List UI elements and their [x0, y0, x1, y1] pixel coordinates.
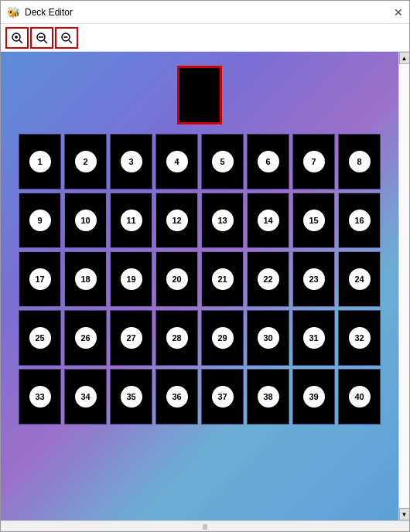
card-22[interactable]: 22 — [247, 251, 289, 307]
card-39[interactable]: 39 — [292, 369, 335, 425]
card-28[interactable]: 28 — [155, 310, 198, 366]
card-40[interactable]: 40 — [338, 369, 381, 425]
card-3[interactable]: 3 — [110, 134, 152, 189]
card-21[interactable]: 21 — [201, 251, 244, 307]
card-1[interactable]: 1 — [19, 134, 61, 189]
card-35[interactable]: 35 — [110, 369, 152, 425]
card-number-40: 40 — [349, 386, 371, 408]
card-32[interactable]: 32 — [338, 310, 381, 366]
card-number-32: 32 — [349, 327, 371, 349]
right-scrollbar: ▲ ▼ — [398, 52, 409, 520]
card-23[interactable]: 23 — [292, 251, 335, 307]
card-number-3: 3 — [121, 151, 142, 172]
main-canvas[interactable]: 1 2 3 4 5 6 7 8 9 10 11 12 — [1, 52, 398, 520]
card-25[interactable]: 25 — [19, 310, 61, 366]
card-number-29: 29 — [212, 327, 234, 349]
card-rows: 1 2 3 4 5 6 7 8 9 10 11 12 — [19, 134, 381, 425]
card-31[interactable]: 31 — [292, 310, 335, 366]
app-icon: 🐝 — [7, 6, 20, 19]
zoom-fit-icon — [35, 31, 49, 45]
zoom-out-button[interactable] — [55, 27, 78, 49]
card-number-20: 20 — [166, 268, 188, 290]
card-number-28: 28 — [166, 327, 188, 349]
zoom-out-icon — [60, 31, 73, 45]
card-30[interactable]: 30 — [247, 310, 289, 366]
card-18[interactable]: 18 — [64, 251, 107, 307]
card-20[interactable]: 20 — [155, 251, 198, 307]
card-number-33: 33 — [29, 386, 51, 408]
svg-line-9 — [69, 40, 72, 43]
card-row-3: 17 18 19 20 21 22 23 24 — [19, 251, 381, 307]
card-5[interactable]: 5 — [201, 134, 244, 189]
card-33[interactable]: 33 — [19, 369, 61, 425]
card-17[interactable]: 17 — [19, 251, 61, 307]
zoom-in-icon — [10, 31, 24, 45]
title-bar-left: 🐝 Deck Editor — [7, 6, 73, 19]
toolbar — [1, 24, 409, 52]
horizontal-scroll-indicator: ||| — [203, 523, 207, 530]
card-number-26: 26 — [75, 327, 97, 349]
card-37[interactable]: 37 — [201, 369, 244, 425]
card-number-10: 10 — [75, 210, 97, 231]
card-number-38: 38 — [258, 386, 279, 408]
card-12[interactable]: 12 — [155, 193, 198, 248]
card-number-27: 27 — [121, 327, 142, 349]
card-4[interactable]: 4 — [155, 134, 198, 189]
zoom-fit-button[interactable] — [30, 27, 53, 49]
card-8[interactable]: 8 — [338, 134, 381, 189]
scroll-up-button[interactable]: ▲ — [399, 52, 410, 64]
card-26[interactable]: 26 — [64, 310, 107, 366]
card-number-30: 30 — [258, 327, 279, 349]
card-number-16: 16 — [349, 210, 371, 231]
card-7[interactable]: 7 — [292, 134, 335, 189]
bottom-bar: ||| — [1, 520, 409, 531]
card-number-14: 14 — [258, 210, 279, 231]
card-number-31: 31 — [303, 327, 325, 349]
card-16[interactable]: 16 — [338, 193, 381, 248]
card-number-35: 35 — [121, 386, 142, 408]
card-34[interactable]: 34 — [64, 369, 107, 425]
card-row-5: 33 34 35 36 37 38 39 40 — [19, 369, 381, 425]
card-15[interactable]: 15 — [292, 193, 335, 248]
card-number-18: 18 — [75, 268, 97, 290]
scroll-down-button[interactable]: ▼ — [399, 508, 410, 520]
card-number-12: 12 — [166, 210, 188, 231]
card-24[interactable]: 24 — [338, 251, 381, 307]
card-number-2: 2 — [75, 151, 97, 172]
scroll-track — [399, 64, 410, 508]
svg-line-3 — [19, 40, 22, 43]
card-number-19: 19 — [121, 268, 142, 290]
close-button[interactable]: ✕ — [394, 7, 403, 18]
card-number-22: 22 — [258, 268, 279, 290]
card-number-23: 23 — [303, 268, 325, 290]
card-number-9: 9 — [29, 210, 51, 231]
card-11[interactable]: 11 — [110, 193, 152, 248]
selected-card[interactable] — [177, 66, 222, 124]
card-number-5: 5 — [212, 151, 234, 172]
card-27[interactable]: 27 — [110, 310, 152, 366]
card-19[interactable]: 19 — [110, 251, 152, 307]
card-number-39: 39 — [303, 386, 325, 408]
card-13[interactable]: 13 — [201, 193, 244, 248]
card-number-37: 37 — [212, 386, 234, 408]
card-9[interactable]: 9 — [19, 193, 61, 248]
card-14[interactable]: 14 — [247, 193, 289, 248]
card-grid-container: 1 2 3 4 5 6 7 8 9 10 11 12 — [1, 52, 398, 516]
card-number-21: 21 — [212, 268, 234, 290]
card-2[interactable]: 2 — [64, 134, 107, 189]
card-row-2: 9 10 11 12 13 14 15 16 — [19, 193, 381, 248]
card-number-17: 17 — [29, 268, 51, 290]
card-10[interactable]: 10 — [64, 193, 107, 248]
card-number-13: 13 — [212, 210, 234, 231]
card-number-1: 1 — [29, 151, 51, 172]
card-29[interactable]: 29 — [201, 310, 244, 366]
card-6[interactable]: 6 — [247, 134, 289, 189]
zoom-in-button[interactable] — [5, 27, 29, 49]
deck-editor-window: 🐝 Deck Editor ✕ — [0, 0, 410, 532]
card-number-25: 25 — [29, 327, 51, 349]
card-row-1: 1 2 3 4 5 6 7 8 — [19, 134, 381, 189]
card-36[interactable]: 36 — [155, 369, 198, 425]
card-38[interactable]: 38 — [247, 369, 289, 425]
card-number-7: 7 — [303, 151, 325, 172]
card-number-15: 15 — [303, 210, 325, 231]
